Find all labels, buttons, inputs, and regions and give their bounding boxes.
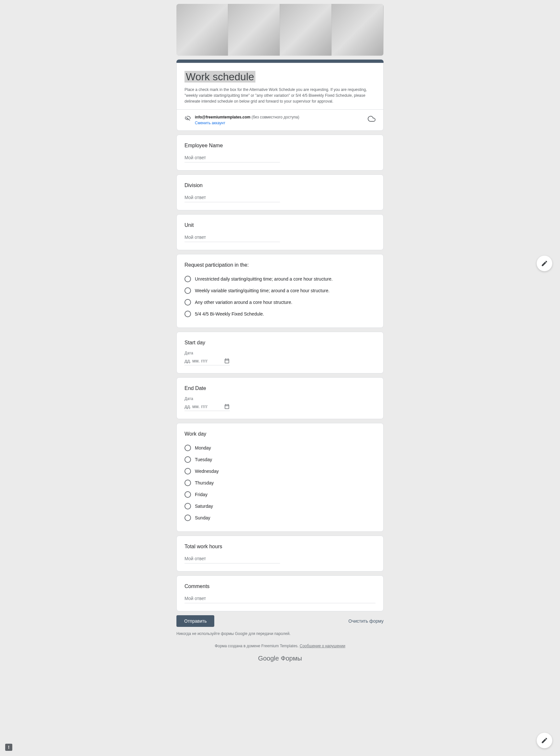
radio-icon[interactable] [184, 491, 191, 498]
radio-icon[interactable] [184, 311, 191, 317]
question-unit: Unit [176, 214, 384, 250]
workday-option[interactable]: Monday [184, 442, 376, 454]
radio-label: Tuesday [195, 457, 212, 462]
question-employee-name: Employee Name [176, 135, 384, 170]
question-start-day: Start day Дата дд. мм. гггг [176, 332, 384, 373]
domain-attribution: Форма создана в домене Freemium Template… [176, 644, 384, 648]
question-work-day: Work day MondayTuesdayWednesdayThursdayF… [176, 423, 384, 532]
radio-label: Wednesday [195, 469, 219, 474]
question-end-date: End Date Дата дд. мм. гггг [176, 377, 384, 419]
clear-form-link[interactable]: Очистить форму [348, 618, 384, 624]
radio-label: Weekly variable starting/quitting time; … [195, 288, 329, 293]
radio-icon[interactable] [184, 276, 191, 282]
edit-form-fab-bottom[interactable] [537, 733, 552, 748]
accent-bar [176, 60, 384, 63]
workday-option[interactable]: Thursday [184, 477, 376, 489]
radio-icon[interactable] [184, 515, 191, 521]
radio-label: Sunday [195, 515, 210, 520]
question-title: Total work hours [184, 544, 376, 550]
radio-icon[interactable] [184, 299, 191, 306]
employee-name-input[interactable] [184, 154, 280, 162]
date-sublabel: Дата [184, 351, 376, 355]
request-option[interactable]: 5/4 4/5 Bi-Weekly Fixed Schedule. [184, 308, 376, 320]
request-option[interactable]: Any other variation around a core hour s… [184, 297, 376, 308]
account-email: info@freemiumtemplates.com [195, 115, 251, 119]
date-placeholder: дд. мм. гггг [184, 404, 221, 409]
radio-icon[interactable] [184, 479, 191, 486]
radio-label: Monday [195, 445, 211, 450]
comments-input[interactable] [184, 594, 376, 603]
date-placeholder: дд. мм. гггг [184, 358, 221, 364]
radio-label: 5/4 4/5 Bi-Weekly Fixed Schedule. [195, 311, 264, 316]
radio-icon[interactable] [184, 503, 191, 509]
total-hours-input[interactable] [184, 555, 280, 564]
unit-input[interactable] [184, 233, 280, 242]
request-option[interactable]: Weekly variable starting/quitting time; … [184, 285, 376, 297]
form-description: Place a check mark in the box for the Al… [184, 87, 376, 104]
account-row: info@freemiumtemplates.com (без совместн… [177, 109, 383, 130]
switch-account-link[interactable]: Сменить аккаунт [195, 121, 364, 125]
end-date-date-input[interactable]: дд. мм. гггг [184, 404, 230, 411]
submit-button[interactable]: Отправить [176, 615, 214, 627]
question-total-hours: Total work hours [176, 536, 384, 572]
request-option[interactable]: Unrestricted daily starting/quitting tim… [184, 273, 376, 285]
workday-option[interactable]: Tuesday [184, 454, 376, 465]
google-forms-logo[interactable]: Google Формы [176, 655, 384, 662]
report-abuse-link[interactable]: Сообщение о нарушении [300, 644, 345, 648]
radio-label: Unrestricted daily starting/quitting tim… [195, 277, 333, 282]
radio-icon[interactable] [184, 287, 191, 294]
form-banner-image [176, 4, 384, 56]
password-disclaimer: Никогда не используйте формы Google для … [176, 631, 384, 636]
question-title: Request participation in the: [184, 262, 376, 268]
radio-icon[interactable] [184, 445, 191, 451]
date-sublabel: Дата [184, 396, 376, 401]
calendar-icon [224, 404, 230, 409]
shared-note: (без совместного доступа) [252, 115, 299, 119]
workday-option[interactable]: Wednesday [184, 465, 376, 477]
radio-icon[interactable] [184, 468, 191, 474]
start-day-date-input[interactable]: дд. мм. гггг [184, 358, 230, 365]
division-input[interactable] [184, 193, 280, 202]
report-problem-chip[interactable]: ! [5, 744, 12, 751]
question-title: Start day [184, 340, 376, 346]
radio-label: Saturday [195, 504, 213, 509]
question-title: End Date [184, 385, 376, 391]
not-shared-icon [184, 115, 191, 121]
footer-actions: Отправить Очистить форму [176, 615, 384, 627]
question-title: Work day [184, 431, 376, 437]
form-title: Work schedule [184, 71, 255, 83]
radio-label: Thursday [195, 480, 214, 486]
radio-icon[interactable] [184, 456, 191, 463]
question-division: Division [176, 175, 384, 210]
workday-option[interactable]: Sunday [184, 512, 376, 524]
question-request-participation: Request participation in the: Unrestrict… [176, 254, 384, 328]
radio-label: Friday [195, 492, 207, 497]
question-comments: Comments [176, 575, 384, 611]
radio-label: Any other variation around a core hour s… [195, 300, 292, 305]
calendar-icon [224, 358, 230, 364]
question-title: Comments [184, 584, 376, 589]
workday-option[interactable]: Saturday [184, 500, 376, 512]
cloud-save-icon [368, 115, 376, 123]
edit-form-fab[interactable] [537, 256, 552, 271]
question-title: Employee Name [184, 143, 376, 148]
question-title: Division [184, 183, 376, 188]
header-card: Work schedule Place a check mark in the … [176, 63, 384, 131]
workday-option[interactable]: Friday [184, 489, 376, 500]
question-title: Unit [184, 222, 376, 228]
